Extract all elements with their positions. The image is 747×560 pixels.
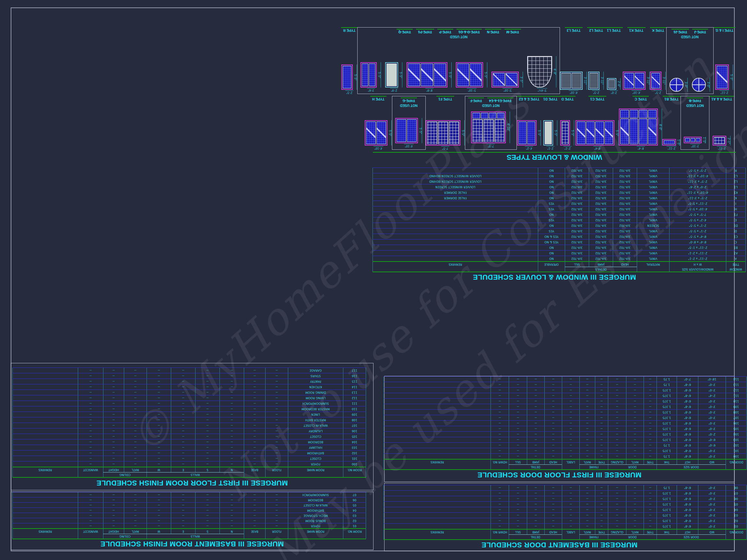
window-louver-block: MURGESE III WINDOW & LOUVER SCHEDULE WIN…: [373, 26, 736, 282]
window-type-label: TYPE B1: [663, 96, 681, 102]
table-row: 023'-0"6'-8"1.375--------------------: [384, 518, 746, 524]
table-row: 1003'-0"6'-8"1.75--------------------: [384, 454, 746, 459]
first-floor-door-schedule-block: MURGESE III FIRST FLOOR DOOR SCHEDULE DO…: [384, 376, 735, 482]
window-elevation-glyph: [365, 120, 387, 145]
table-row: 1103'-0"6'-8"1.375--------------------: [384, 399, 746, 404]
table-row: 108MASTER BATH------------------: [12, 418, 366, 423]
width-dimension: 5'-10": [503, 88, 512, 92]
window-type-label: TYPE D: [559, 96, 575, 102]
basement-door-schedule-title: MURGESE III BASEMENT DOOR SCHEDULE: [385, 540, 735, 549]
height-dimension: 8'-0": [659, 109, 662, 145]
height-dimension: 3'-0": [706, 78, 710, 92]
window-types-row-i-r: 2'-11"5'-5"TYPE I & I13'-0"3'-0"NOT USED…: [374, 27, 735, 94]
width-dimension: 2'-9": [390, 88, 398, 92]
table-row: 102BATHROOM------------------: [12, 450, 366, 456]
window-type-label: TYPE K1: [627, 27, 645, 33]
table-row: 01FOYER------------------: [12, 524, 366, 529]
table-row: 110MASTER BEDROOM------------------: [12, 406, 366, 412]
table-row: 115PANTRY------------------: [12, 379, 366, 384]
table-row: 1112'-4"6'-8"1.375--------------------: [384, 393, 746, 399]
width-dimension: 2'-0": [610, 90, 618, 94]
window-types-title: WINDOW & LOUVER TYPES: [373, 153, 736, 161]
window-type-label: TYPE C: [633, 96, 649, 102]
table-row: 05WALK-IN CLOSET------------------: [12, 503, 366, 508]
table-row: 1083'-0"6'-8"1.375--------------------: [384, 410, 746, 415]
window-type-label: TYPE K: [650, 27, 666, 33]
window-elevation-glyph: [650, 72, 662, 90]
window-elevation-glyph: [543, 120, 553, 145]
table-row: D12'-1" x 5'-5"SCREEN3/A-7023/A-7023/A-7…: [372, 223, 745, 229]
basement-room-finish-title: MURGESE III BASEMENT ROOM FINISH SCHEDUL…: [11, 540, 373, 548]
first-floor-room-finish-block: MURGESE III FIRST FLOOR ROOM FINISH SCHE…: [11, 363, 374, 490]
first-floor-room-finish-table: WALLSCEILINGROOM NO.ROOM NAMEFLOORBASENS…: [12, 368, 366, 478]
window-type-label: TYPE E & E2: [517, 96, 541, 102]
width-dimension: 7'-5": [487, 144, 495, 148]
table-row: 043'-0"6'-8"1.375--------------------: [384, 507, 746, 513]
window-type: 7'-5"5'-5"TYPE F1: [426, 96, 465, 150]
table-row: 100FOYER------------------: [12, 461, 366, 467]
table-row: 1093'-0"6'-8"1.375--------------------: [384, 404, 746, 410]
window-type: 4'-10"5'-5"TYPE H: [365, 96, 392, 150]
window-type: 8'-4"8'-0"TYPE C: [619, 96, 662, 150]
window-type-label: TYPE P1: [416, 29, 434, 34]
window-type-label: TYPE B: [687, 98, 703, 103]
window-elevation-glyph: [456, 62, 483, 87]
height-dimension: 5'-5": [537, 120, 541, 145]
table-row: 06BEDROOM------------------: [12, 498, 366, 503]
window-elevation-glyph: [517, 120, 537, 145]
window-elevation-glyph: [575, 120, 614, 145]
height-dimension: 6'-9": [553, 56, 556, 87]
window-elevation-glyph: [692, 78, 706, 92]
window-type-label: TYPE G: [401, 98, 417, 103]
window-elevation-glyph: [607, 78, 616, 90]
window-type-label: TYPE P: [437, 29, 453, 34]
height-dimension: 3'-11": [600, 72, 604, 90]
window-elevation-glyph: [407, 62, 447, 87]
table-row: 1133'-0"6'-8"1.75--------------------: [384, 382, 746, 388]
basement-room-finish-block: MURGESE III BASEMENT ROOM FINISH SCHEDUL…: [11, 491, 374, 550]
window-type-label: TYPE I & I1: [714, 27, 735, 33]
not-used-annotation: NOT USED: [400, 104, 418, 108]
window-type-label: TYPE F1: [436, 96, 454, 102]
table-row: 117GARAGE------------------: [12, 368, 366, 373]
table-row: L34'-10" x 3'-11"VINYL3/A-7023/A-7023/A-…: [372, 174, 745, 179]
not-used-annotation: NOT USED: [396, 35, 521, 39]
window-type-label: TYPE M: [505, 29, 521, 34]
table-row: D2'-1" x 5'-5"VINYL3/A-7023/A-7023/A-702…: [372, 229, 745, 234]
table-row: 033'-0"6'-8"1.375--------------------: [384, 513, 746, 518]
height-dimension: 3'-0": [684, 78, 688, 92]
window-elevation-glyph: [623, 72, 645, 90]
table-row: 1026'-0"6'-8"1.75--------------------: [384, 443, 746, 448]
height-dimension: 5'-5": [388, 120, 392, 145]
table-row: 103HALLWAY------------------: [12, 445, 366, 450]
window-type-label: TYPE J1: [671, 29, 689, 34]
table-row: 111SUNROOM/PORCH------------------: [12, 401, 366, 406]
table-row: 063'-0"6'-8"1.375--------------------: [384, 496, 746, 502]
table-row: C8'-4" x 8'-0"VINYL3/A-7023/A-7023/A-702…: [372, 239, 745, 245]
height-dimension: 5'-5": [378, 62, 381, 87]
height-dimension: 3'-11": [583, 72, 587, 90]
table-row: R2'-5" x 5'-5"VINYL3/A-7023/A-7023/A-702…: [372, 168, 745, 174]
table-row: K14'-10" x 3'-11"VINYL3/A-7023/A-7023/A-…: [372, 190, 745, 195]
table-row: 03MECH./STORAGE------------------: [12, 513, 366, 518]
width-dimension: 2'-1": [546, 146, 555, 150]
width-dimension: 3'-10": [690, 144, 700, 148]
not-used-group-box: 5'-4½"6'-9"5'-10"3'-5"5'-10"5'-5"8'-9"5'…: [357, 27, 560, 94]
height-dimension: 5'-5": [448, 62, 452, 87]
window-elevation-glyph: [713, 136, 726, 145]
window-type-label: TYPE L3: [565, 27, 583, 33]
window-types-row-a-h: 2'-11"2'-1"TYPE A & A13'-10"1'-5"NOT USE…: [375, 96, 734, 150]
table-row: 106LAUNDRY------------------: [12, 428, 366, 434]
window-elevation-glyph: [715, 64, 729, 90]
window-elevation-glyph: [471, 111, 506, 143]
window-type: 2'-5"5'-5"TYPE R: [341, 27, 357, 94]
table-row: 07SUNROOM/PORCH------------------: [12, 492, 366, 498]
height-dimension: 5'-5": [554, 120, 557, 145]
window-types-underline: [373, 152, 736, 153]
height-dimension: 5'-5": [461, 120, 465, 145]
height-dimension: 5'-5": [484, 62, 487, 87]
height-dimension: 2'-6": [617, 78, 621, 90]
window-type: 2'-0"2'-6"TYPE L1: [605, 27, 623, 94]
table-row: H4'-10" x 5'-5"VINYL3/A-7023/A-7023/A-70…: [372, 207, 745, 212]
window-type-label: TYPE R: [341, 27, 357, 33]
